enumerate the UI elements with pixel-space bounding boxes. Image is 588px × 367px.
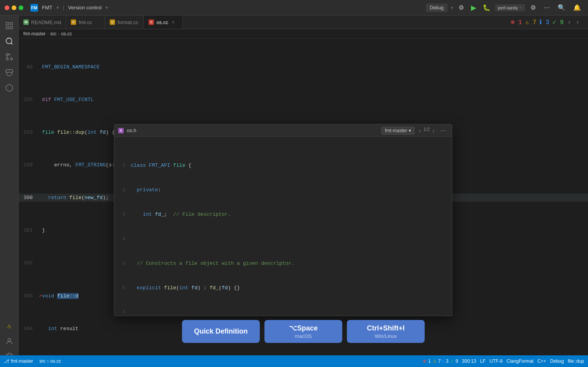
debug-button[interactable]: Debug bbox=[426, 3, 447, 12]
shortcut-bar: Quick Definition ⌥Space macOS Ctrl+Shift… bbox=[182, 320, 425, 343]
status-info-count: 3 bbox=[446, 358, 448, 364]
quick-definition-label: Quick Definition bbox=[194, 327, 248, 335]
file-display-text: file::dup bbox=[568, 358, 584, 364]
svg-rect-2 bbox=[6, 26, 8, 29]
status-branch[interactable]: ⎇ fmt-master bbox=[4, 358, 33, 364]
status-file-text: os.cc bbox=[50, 358, 61, 364]
svg-point-4 bbox=[6, 38, 12, 44]
activity-extensions[interactable] bbox=[2, 81, 16, 95]
tab-format[interactable]: C format.cc bbox=[105, 16, 144, 29]
popup-line-5: 5 // Constructs a file object with a giv… bbox=[114, 259, 452, 267]
popup-content[interactable]: 1 class FMT_API file { 2 private: 3 int … bbox=[114, 137, 452, 316]
tab-close-os[interactable]: × bbox=[171, 19, 175, 25]
tab-fmt[interactable]: C fmt.cc bbox=[66, 16, 105, 29]
build-icon[interactable]: ⚙ bbox=[456, 2, 466, 13]
popup-branch-label: fmt-master bbox=[385, 128, 407, 133]
bc-sep2: › bbox=[58, 31, 60, 37]
position-text: 300:13 bbox=[462, 358, 476, 364]
traffic-lights bbox=[5, 5, 23, 10]
info-count: ℹ 3 bbox=[539, 18, 549, 26]
more-icon[interactable]: ⋯ bbox=[541, 2, 552, 13]
bc-sep1: › bbox=[47, 31, 49, 37]
status-indent[interactable]: Debug bbox=[550, 358, 564, 364]
popup-branch-selector[interactable]: fmt-master ▾ bbox=[382, 127, 415, 135]
status-ok-icon: ✓ bbox=[450, 358, 454, 364]
status-info-icon: ℹ bbox=[442, 358, 444, 364]
tab-bar: M README.md C fmt.cc C format.cc C os.cc… bbox=[19, 16, 588, 29]
activity-account[interactable] bbox=[2, 334, 16, 348]
maximize-button[interactable] bbox=[19, 5, 23, 10]
status-bar: ⎇ fmt-master src › os.cc ⊗ 1 ⚠ 7 ℹ 3 ✓ 9… bbox=[0, 355, 588, 367]
settings-icon[interactable]: ⚙ bbox=[528, 2, 538, 13]
formatter-text: ClangFormat bbox=[507, 358, 534, 364]
status-warn-icon: ⚠ bbox=[432, 358, 437, 364]
version-control-dropdown[interactable]: ▾ bbox=[105, 5, 108, 10]
title-bar: FM FMT ▾ | Version control ▾ Debug ▾ ⚙ ▶… bbox=[0, 0, 588, 16]
tab-readme[interactable]: M README.md bbox=[19, 16, 66, 29]
popup-next-btn[interactable]: › bbox=[430, 127, 436, 135]
profile-selector[interactable]: perf-sanity ▾ bbox=[495, 4, 525, 11]
popup-line-6: 6 explicit file(int fd) : fd_(fd) {} bbox=[114, 284, 452, 292]
title-dropdown-icon[interactable]: ▾ bbox=[56, 5, 59, 10]
close-button[interactable] bbox=[5, 5, 9, 10]
popup-prev-btn[interactable]: ‹ bbox=[417, 127, 423, 135]
run-button[interactable]: ▶ bbox=[469, 3, 478, 13]
activity-bar: ⚠ bbox=[0, 16, 19, 367]
activity-debug[interactable] bbox=[2, 65, 16, 79]
svg-rect-0 bbox=[6, 23, 8, 25]
warning-count: ⚠ 7 bbox=[525, 18, 536, 26]
search-icon-global[interactable]: 🔍 bbox=[555, 2, 568, 13]
debug-dropdown-icon[interactable]: ▾ bbox=[451, 5, 453, 10]
popup-branch-area: fmt-master ▾ ‹ 1/2 › ⋯ bbox=[382, 126, 448, 135]
status-src-text: src bbox=[39, 358, 46, 364]
status-right: ⊗ 1 ⚠ 7 ℹ 3 ✓ 9 300:13 LF UTF-8 ClangFor… bbox=[423, 358, 584, 364]
svg-point-6 bbox=[10, 58, 12, 60]
activity-warnings[interactable]: ⚠ bbox=[2, 319, 16, 333]
scroll-right-btn[interactable]: › bbox=[575, 17, 580, 27]
app-title: FMT bbox=[42, 5, 52, 10]
scroll-left-btn[interactable]: ‹ bbox=[567, 17, 572, 27]
status-line-ending[interactable]: LF bbox=[480, 358, 486, 364]
status-formatter[interactable]: ClangFormat bbox=[507, 358, 534, 364]
line-205: 205 #if FMT_USE_FCNTL bbox=[19, 96, 588, 104]
popup-nav-count: 1/2 bbox=[424, 127, 430, 135]
tab-name-readme: README.md bbox=[31, 19, 61, 25]
popup-more-btn[interactable]: ⋯ bbox=[439, 126, 448, 135]
breadcrumb: fmt-master › src › os.cc bbox=[19, 29, 588, 38]
status-encoding[interactable]: UTF-8 bbox=[490, 358, 503, 364]
popup-branch-dropdown-icon: ▾ bbox=[409, 128, 411, 133]
status-error-icon: ⊗ bbox=[423, 358, 427, 364]
quick-definition-button[interactable]: Quick Definition bbox=[182, 320, 260, 343]
popup-line-3: 3 int fd_; // File descriptor. bbox=[114, 210, 452, 218]
error-indicators: ⊗ 1 ⚠ 7 ℹ 3 ✓ 9 ‹ › bbox=[511, 17, 580, 27]
win-shortcut-button[interactable]: Ctrl+Shift+I Win/Linux bbox=[347, 320, 425, 343]
tab-os[interactable]: C os.cc × bbox=[144, 16, 183, 29]
tab-bar-end: ⊗ 1 ⚠ 7 ℹ 3 ✓ 9 ‹ › bbox=[511, 16, 588, 29]
line-80: 80 FMT_BEGIN_NAMESPACE bbox=[19, 63, 588, 71]
bc-branch[interactable]: fmt-master bbox=[23, 31, 46, 37]
minimize-button[interactable] bbox=[12, 5, 16, 10]
profile-label: perf-sanity bbox=[498, 5, 518, 10]
notifications-icon[interactable]: 🔔 bbox=[571, 2, 583, 13]
mac-shortcut-button[interactable]: ⌥Space macOS bbox=[264, 320, 342, 343]
version-control-label[interactable]: Version control bbox=[68, 5, 102, 10]
branch-name: fmt-master bbox=[11, 358, 33, 364]
tab-icon-readme: M bbox=[23, 19, 29, 25]
status-errors: ⊗ 1 ⚠ 7 ℹ 3 ✓ 9 bbox=[423, 358, 458, 364]
profile-dropdown-icon: ▾ bbox=[520, 5, 522, 10]
status-position[interactable]: 300:13 bbox=[462, 358, 476, 364]
popup-line-2: 2 private: bbox=[114, 186, 452, 194]
bc-src[interactable]: src bbox=[50, 31, 56, 37]
svg-point-7 bbox=[6, 58, 8, 60]
status-file-display[interactable]: file::dup bbox=[568, 358, 584, 364]
activity-git[interactable] bbox=[2, 50, 16, 64]
status-language[interactable]: C++ bbox=[537, 358, 546, 364]
debug-icon[interactable]: 🐛 bbox=[481, 3, 492, 12]
bc-file[interactable]: os.cc bbox=[61, 31, 72, 37]
popup-header: H os.h fmt-master ▾ ‹ 1/2 › bbox=[114, 124, 452, 137]
status-warn-count: 7 bbox=[438, 358, 441, 364]
activity-explorer[interactable] bbox=[2, 19, 16, 33]
activity-search[interactable] bbox=[2, 34, 16, 48]
tab-icon-fmt: C bbox=[71, 19, 76, 25]
status-src[interactable]: src › os.cc bbox=[39, 358, 61, 364]
